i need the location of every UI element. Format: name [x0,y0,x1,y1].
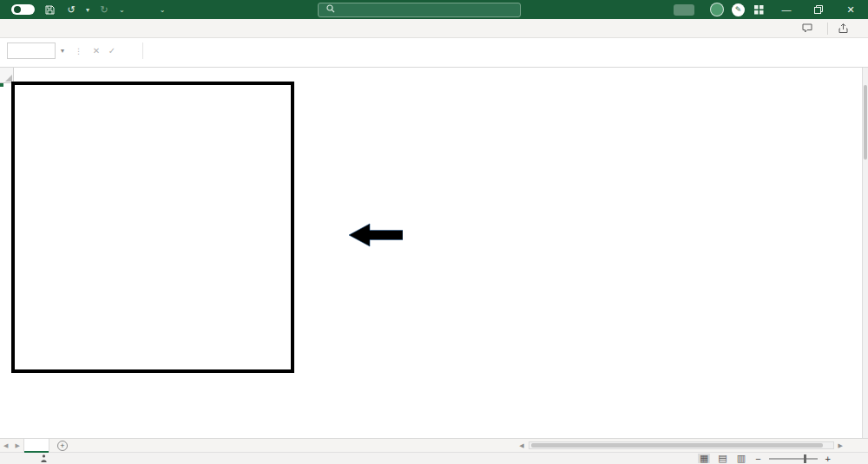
zoom-slider-knob[interactable] [804,454,806,463]
tab-data[interactable] [87,26,104,31]
minimize-button[interactable]: — [774,0,799,19]
screen-share-icon[interactable] [674,4,694,16]
tab-formulas[interactable] [69,26,87,31]
menu-divider [827,23,828,35]
hscroll-right-icon[interactable]: ▶ [836,442,845,449]
autosave-switch-icon[interactable] [11,4,35,15]
editing-pen-icon[interactable]: ✎ [732,3,745,16]
hscroll-thumb[interactable] [531,443,823,448]
document-title[interactable]: ⌄ [155,6,166,14]
annotation-highlight-border [11,82,294,373]
add-sheet-icon[interactable]: + [57,441,68,451]
tab-insert[interactable] [35,26,52,31]
undo-chevron-icon[interactable]: ▾ [86,6,89,14]
share-icon [838,23,848,33]
page-break-view-icon[interactable]: ▥ [735,454,747,463]
save-icon[interactable] [43,3,56,16]
tab-view[interactable] [122,26,139,31]
title-bar: ↺ ▾ ↻ ⌄ ⌄ ✎ — ✕ [0,0,868,19]
hscroll-track[interactable] [529,441,834,449]
vertical-scrollbar[interactable] [862,68,868,438]
page-layout-view-icon[interactable]: ▤ [716,454,728,463]
search-icon [326,4,335,15]
select-all-corner[interactable] [0,68,14,83]
tab-review[interactable] [104,26,122,31]
sheet-nav-left-icon[interactable]: ◀ [0,442,11,449]
active-cell-outline [0,83,3,87]
autosave-knob-icon [14,6,21,13]
enter-check-icon[interactable]: ✓ [104,43,120,59]
share-button[interactable] [832,22,859,35]
close-button[interactable]: ✕ [838,0,863,19]
restore-button[interactable] [806,0,831,19]
tab-page-layout[interactable] [52,26,69,31]
normal-view-icon[interactable]: ▦ [698,454,710,463]
accessibility-status[interactable] [40,454,51,462]
zoom-slider[interactable] [769,458,818,460]
insert-function-icon[interactable] [120,43,135,59]
sheet-nav-right-icon[interactable]: ▶ [11,442,23,449]
column-header-row [0,68,868,83]
sheet-tab-sheet1[interactable] [23,439,49,453]
tab-file[interactable] [0,26,17,31]
tab-help[interactable] [139,26,156,31]
formula-bar: ▼ ⋮ ✕ ✓ [0,38,868,68]
redo-icon[interactable]: ↻ [97,3,111,16]
spreadsheet-grid [0,68,868,438]
ribbon-tabs [0,19,868,38]
search-box[interactable] [318,3,521,17]
cancel-icon[interactable]: ✕ [89,43,104,59]
accessibility-icon [40,454,48,462]
comments-icon [802,23,812,33]
formula-input[interactable] [142,42,868,59]
tab-home[interactable] [17,26,35,31]
annotation-arrow-icon [349,222,403,248]
name-box-chevron-icon[interactable]: ▼ [56,42,69,59]
comments-button[interactable] [795,22,824,35]
quick-access-chevron-icon[interactable]: ⌄ [119,6,125,14]
avatar[interactable] [710,3,724,16]
vertical-scrollbar-thumb[interactable] [864,85,867,160]
tab-acrobat[interactable] [156,26,174,31]
zoom-out-icon[interactable]: − [753,454,762,464]
name-box[interactable] [7,42,56,59]
undo-icon[interactable]: ↺ [64,3,78,16]
excel-window: ↺ ▾ ↻ ⌄ ⌄ ✎ — ✕ [0,0,868,464]
formula-bar-handle[interactable]: ⋮ [75,47,83,56]
sheet-tab-bar: ◀ ▶ + ◀ ▶ [0,438,868,452]
status-bar: ▦ ▤ ▥ − + [0,452,868,464]
ribbon-display-options-icon[interactable] [753,3,766,16]
autosave-toggle[interactable] [7,4,35,15]
title-chevron-icon: ⌄ [160,6,166,14]
horizontal-scrollbar[interactable]: ◀ ▶ [516,441,845,449]
zoom-in-icon[interactable]: + [824,454,832,464]
hscroll-left-icon[interactable]: ◀ [516,442,526,449]
